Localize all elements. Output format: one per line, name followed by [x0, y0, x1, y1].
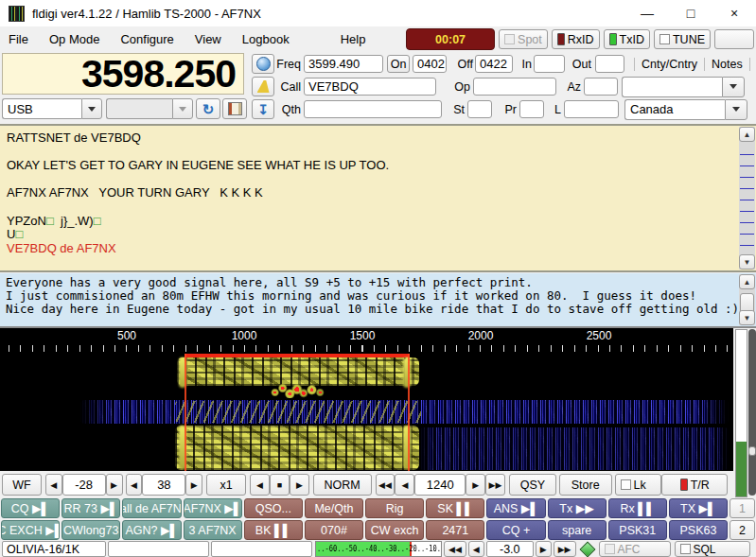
country-combo-arrow-icon[interactable] [725, 99, 747, 120]
scroll-left-button[interactable]: ◀ [250, 474, 270, 496]
rx-scrollbar[interactable]: ▲ ▼ [739, 127, 755, 270]
tx-text-panel[interactable]: Everyone has a very good signal here, al… [0, 273, 756, 328]
sql-button[interactable]: SQL [675, 541, 750, 557]
menu-help[interactable]: Help [335, 29, 372, 49]
reflevel-right-icon[interactable]: ▶ [185, 474, 202, 496]
carrier-right-icon[interactable]: ▶ [466, 474, 485, 496]
waterfall-display[interactable] [0, 354, 733, 471]
macro-c-exch[interactable]: C EXCH ▶▌ [1, 520, 60, 540]
scroll-right-button[interactable]: ▶ [290, 474, 309, 496]
macro-cq[interactable]: CQ ▶▌ [1, 498, 60, 518]
save-qso-button[interactable]: ↧ [252, 99, 274, 119]
wf-mode-button[interactable]: WF [2, 474, 42, 496]
afc-checkbox[interactable] [605, 544, 615, 554]
vfo-frequency-display[interactable]: 3598.250 [2, 53, 244, 95]
tab-notes[interactable]: Notes [705, 58, 750, 71]
locator-field[interactable] [564, 100, 619, 118]
close-button[interactable]: × [712, 0, 756, 26]
time-off-field[interactable]: 0422 [475, 55, 513, 73]
carrier-ffwd-icon[interactable]: ▶▶ [485, 474, 505, 496]
macro-ans[interactable]: ANS ▶▌ [486, 498, 545, 518]
country-value[interactable]: Canada [624, 99, 725, 120]
county-combo[interactable] [622, 77, 745, 97]
center-stop-button[interactable]: ■ [270, 474, 290, 496]
spot-button[interactable]: Spot [499, 29, 548, 49]
macro-set-2-button[interactable]: 2 [730, 520, 755, 540]
norm-button[interactable]: NORM [313, 474, 372, 496]
rst-out-field[interactable] [595, 55, 624, 73]
macro-set-1-button[interactable]: 1 [730, 498, 755, 518]
state-field[interactable] [467, 100, 492, 118]
tr-button[interactable]: T/R [661, 474, 728, 496]
time-on-button[interactable]: On [387, 55, 410, 73]
macro-tx[interactable]: Tx ▶▶ [548, 498, 607, 518]
sql-checkbox[interactable] [680, 544, 691, 554]
carrier-rewind-icon[interactable]: ◀◀ [376, 474, 396, 496]
reflevel-left-icon[interactable]: ◀ [126, 474, 143, 496]
macro-call-de[interactable]: call de AF7NX [122, 498, 181, 518]
macro-tx2[interactable]: TX ▶▌ [669, 498, 728, 518]
qsy-button[interactable]: QSY [509, 474, 556, 496]
bandwidth-combo[interactable] [106, 98, 193, 119]
squelch-slider-thumb[interactable] [748, 446, 756, 456]
tx-scroll-down-icon[interactable]: ▼ [739, 310, 755, 325]
tune-checkbox[interactable] [659, 34, 670, 44]
mode-status[interactable]: OLIVIA-16/1K [2, 541, 106, 557]
lock-button[interactable]: Lk [615, 474, 662, 496]
qth-field[interactable] [304, 100, 442, 118]
menu-file[interactable]: File [3, 29, 34, 49]
afc-button[interactable]: AFC [599, 541, 671, 557]
store-button[interactable]: Store [559, 474, 612, 496]
menu-configure[interactable]: Configure [114, 29, 179, 49]
reflevel-value[interactable]: 38 [142, 474, 185, 496]
macro-spare[interactable]: spare [548, 520, 607, 540]
tx-scrollbar[interactable]: ▲ ▼ [739, 274, 755, 325]
call-field[interactable]: VE7BDQ [304, 78, 436, 96]
txid-button[interactable]: TxID [604, 29, 650, 49]
macro-psk63[interactable]: PSK63 [669, 520, 728, 540]
qrz-lookup-button[interactable] [252, 54, 274, 74]
squelch-value[interactable]: -3.0 [486, 541, 534, 557]
logbook-button[interactable] [222, 98, 247, 119]
country-combo[interactable]: Canada [624, 99, 747, 120]
rx-scroll-down-icon[interactable]: ▼ [739, 254, 755, 270]
macro-sk[interactable]: SK ▌▌ [426, 498, 484, 518]
macro-rr73[interactable]: RR 73 ▶▌ [62, 498, 120, 518]
freq-field[interactable]: 3599.490 [304, 55, 383, 73]
ampspan-value[interactable]: -28 [62, 474, 106, 496]
macro-rx[interactable]: Rx ▌▌ [608, 498, 667, 518]
tab-cnty-cntry[interactable]: Cnty/Cntry [634, 58, 705, 71]
rx-scroll-track[interactable] [740, 144, 754, 252]
county-value[interactable] [622, 77, 722, 97]
macro-af7nx[interactable]: AF7NX ▶▌ [184, 498, 242, 518]
macro-cq-plus[interactable]: CQ + [486, 520, 545, 540]
macro-3-af7nx[interactable]: 3 AF7NX [184, 520, 242, 540]
squelch-right-icon[interactable]: ▶ [536, 541, 552, 557]
rx-text-panel[interactable]: RATTSNET de VE7BDQ OKAY LET'S GET TO GAR… [0, 124, 756, 272]
ampspan-left-icon[interactable]: ◀ [45, 474, 62, 496]
tx-scroll-up-icon[interactable]: ▲ [739, 274, 755, 289]
minimize-button[interactable]: — [625, 0, 669, 26]
macro-agn[interactable]: AGN? ▶▌ [122, 520, 181, 540]
rig-sync-button[interactable]: ↻ [196, 98, 220, 119]
lock-checkbox[interactable] [621, 479, 631, 490]
rx-text[interactable]: RATTSNET de VE7BDQ OKAY LET'S GET TO GAR… [0, 126, 739, 270]
macro-2471[interactable]: 2471 [426, 520, 484, 540]
ampspan-right-icon[interactable]: ▶ [106, 474, 123, 496]
menu-view[interactable]: View [189, 29, 227, 49]
macro-psk31[interactable]: PSK31 [608, 520, 667, 540]
province-field[interactable] [519, 100, 544, 118]
tx-text[interactable]: Everyone has a very good signal here, al… [0, 273, 739, 326]
macro-me-qth[interactable]: Me/Qth [305, 498, 363, 518]
time-on-field[interactable]: 0402 [413, 55, 447, 73]
rxid-button[interactable]: RxID [552, 29, 600, 49]
squelch-ffwd-icon[interactable]: ▶▶ [554, 541, 576, 557]
menu-op-mode[interactable]: Op Mode [44, 29, 105, 49]
squelch-slider[interactable] [748, 329, 756, 496]
macro-bk[interactable]: BK ▌▌ [244, 520, 303, 540]
bandwidth-combo-arrow-icon[interactable] [172, 98, 193, 119]
squelch-left-icon[interactable]: ◀ [468, 541, 484, 557]
macro-070[interactable]: 070# [305, 520, 363, 540]
squelch-rewind-icon[interactable]: ◀◀ [444, 541, 466, 557]
mode-combo[interactable]: USB [2, 98, 102, 119]
